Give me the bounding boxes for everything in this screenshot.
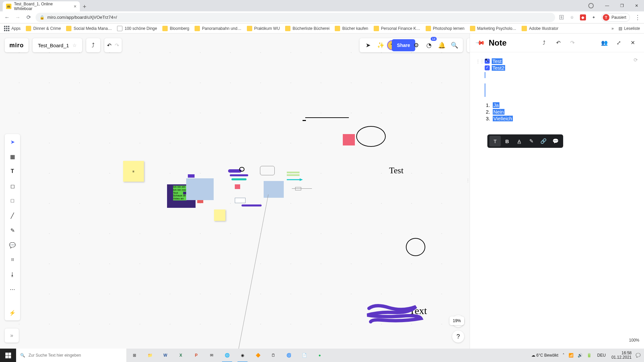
bookmark-item[interactable]: Social Media Mana… [66, 26, 112, 31]
translate-icon[interactable]: 🄶 [558, 14, 565, 20]
ordered-list-item[interactable]: 1.Ja [485, 102, 636, 108]
checklist-item[interactable]: Test [485, 58, 636, 64]
window-close-button[interactable]: ✕ [629, 0, 644, 11]
tray-chevron-icon[interactable]: ˄ [562, 353, 565, 358]
bookmark-item[interactable]: Bloomberg [162, 26, 189, 31]
network-icon[interactable]: 📶 [569, 353, 574, 358]
chrome-menu-button[interactable]: ⋮ [635, 14, 641, 21]
tab-search-button[interactable] [588, 3, 594, 8]
drawing[interactable] [230, 174, 248, 176]
help-button[interactable]: ? [452, 330, 464, 343]
block-drag-handle-icon[interactable]: ⋮⋮ [476, 59, 484, 64]
app-icon[interactable]: 🔶 [250, 349, 266, 362]
bookmarks-overflow-button[interactable]: » [611, 26, 614, 31]
note-export-button[interactable]: ⤴ [539, 38, 549, 48]
bookmark-item[interactable]: Bücherliste Bücherei [285, 26, 329, 31]
rounded-rect-shape[interactable] [260, 166, 275, 175]
pin-icon[interactable]: 📌 [475, 38, 485, 48]
drawing[interactable] [362, 302, 424, 325]
checkbox-icon[interactable] [485, 59, 490, 64]
bookmark-item[interactable]: 100 schöne Dinge [117, 26, 157, 31]
format-highlight-button[interactable]: ✎ [526, 136, 537, 146]
line-shape[interactable] [305, 117, 349, 118]
panel-resize-handle[interactable]: ⋮ [466, 178, 470, 183]
checklist-item[interactable]: Test2 [485, 65, 636, 71]
ellipse-shape[interactable] [239, 167, 245, 172]
connector[interactable] [292, 188, 312, 189]
nav-forward-button[interactable]: → [14, 14, 21, 21]
chrome-icon[interactable]: 🌐 [219, 349, 235, 362]
nav-back-button[interactable]: ← [3, 14, 11, 21]
note-zoom-level[interactable]: 100% [629, 338, 639, 343]
bookmark-star-icon[interactable]: ☆ [569, 14, 575, 20]
task-view-button[interactable]: ⊞ [127, 349, 142, 362]
minimap-toggle-button[interactable]: » [5, 328, 19, 343]
browser-tab[interactable]: m Test_Board_1, Online Whiteboar × [3, 1, 80, 11]
format-text-style-button[interactable]: T [489, 136, 501, 146]
line-shape[interactable] [303, 120, 306, 121]
edge-icon[interactable]: 🌀 [281, 349, 297, 362]
bookmark-item[interactable]: Photoshop lernen [426, 26, 465, 31]
app-icon[interactable]: 🗒 [266, 349, 281, 362]
address-bar[interactable]: 🔒 miro.com/app/board/uXjVOeTrz74=/ [36, 13, 555, 22]
reading-list-button[interactable]: ▤Leseliste [619, 26, 640, 31]
bookmark-item[interactable]: Panoramabahn und… [195, 26, 241, 31]
ordered-list-item[interactable]: 2.Nein [485, 109, 636, 115]
ellipse-shape[interactable] [356, 126, 386, 147]
bookmark-item[interactable]: Marketing Psycholo… [470, 26, 517, 31]
canvas-zoom-level[interactable]: 19% [449, 316, 464, 325]
arrow-shape[interactable] [287, 178, 303, 181]
drawing[interactable] [287, 172, 300, 173]
rectangle-shape[interactable] [343, 134, 355, 145]
bookmark-item[interactable]: Praktikum WU [247, 26, 280, 31]
ordered-list-item[interactable]: 3.Vielleich [485, 116, 636, 121]
powerpoint-icon[interactable]: P [189, 349, 204, 362]
shape[interactable] [235, 184, 240, 189]
profile-chip[interactable]: T Pausiert [601, 13, 630, 22]
spotify-icon[interactable]: ● [312, 349, 327, 362]
note-expand-button[interactable]: ⤢ [614, 38, 623, 48]
note-redo-button[interactable]: ↷ [568, 38, 577, 48]
shape[interactable] [188, 174, 195, 178]
drawing[interactable] [287, 174, 300, 176]
window-minimize-button[interactable]: — [600, 0, 614, 11]
drawing[interactable] [231, 178, 247, 180]
bookmark-item[interactable]: Bücher kaufen [335, 26, 368, 31]
weather-widget[interactable]: ☁ 6°C Bewölkt [531, 353, 558, 358]
nav-reload-button[interactable]: ⟳ [25, 14, 32, 21]
battery-icon[interactable]: 🔋 [587, 353, 592, 358]
bookmark-item[interactable]: Adobe Illustrator [522, 26, 558, 31]
window-maximize-button[interactable]: ❐ [614, 0, 629, 11]
start-button[interactable] [0, 349, 16, 362]
note-close-button[interactable]: ✕ [628, 38, 637, 48]
action-center-icon[interactable]: 💬 [636, 353, 641, 358]
app-icon[interactable]: 📄 [297, 349, 312, 362]
connector[interactable] [201, 194, 275, 362]
extension-icon[interactable]: ◆ [580, 14, 586, 20]
text-block[interactable]: Test [389, 166, 404, 176]
note-sync-icon[interactable]: ⟳ [634, 57, 638, 63]
sticky-note[interactable]: ≡ [123, 161, 144, 182]
checkbox-icon[interactable] [485, 65, 490, 70]
extensions-puzzle-icon[interactable]: ✦ [591, 14, 597, 20]
note-undo-button[interactable]: ↶ [553, 38, 563, 48]
tab-close-button[interactable]: × [74, 4, 76, 9]
note-editor[interactable]: ⋮⋮ ⟳ Test Test2 1.Ja 2.Nein 3.Vielleich … [470, 52, 644, 128]
obs-icon[interactable]: ◉ [235, 349, 250, 362]
file-explorer-icon[interactable]: 📁 [142, 349, 158, 362]
bookmark-item[interactable]: Personal Finance K… [374, 26, 420, 31]
excel-icon[interactable]: X [173, 349, 189, 362]
word-icon[interactable]: W [158, 349, 173, 362]
format-link-button[interactable]: 🔗 [538, 136, 549, 146]
ellipse-shape[interactable] [406, 238, 425, 256]
taskbar-clock[interactable]: 16:58 01.12.2021 [611, 351, 632, 360]
note-collaborators-button[interactable]: 👥 [600, 38, 609, 48]
format-color-button[interactable]: A [514, 136, 525, 146]
format-comment-button[interactable]: 💬 [550, 136, 561, 146]
language-indicator[interactable]: DEU [596, 352, 607, 359]
bookmark-item[interactable]: Dinner & Crime [26, 26, 61, 31]
apps-button[interactable]: Apps [4, 26, 20, 31]
new-tab-button[interactable]: + [80, 2, 89, 11]
format-bold-button[interactable]: B [501, 136, 513, 146]
volume-icon[interactable]: 🔊 [578, 353, 583, 358]
